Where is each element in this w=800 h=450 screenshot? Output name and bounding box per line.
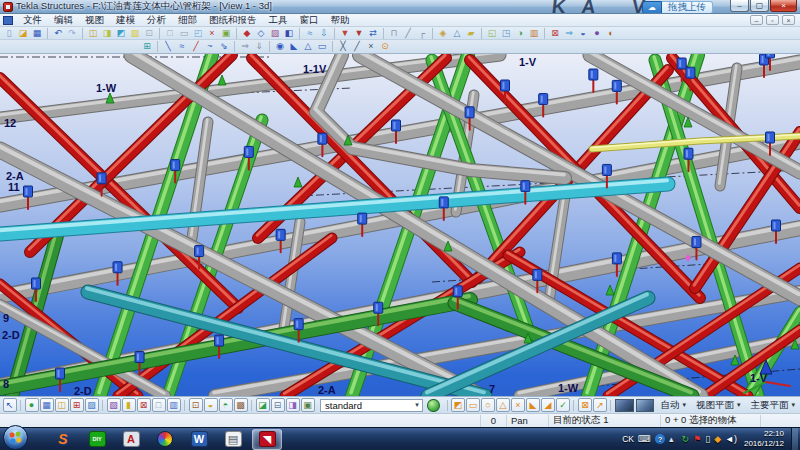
tool-icon[interactable]: ○	[481, 398, 495, 412]
device-icon[interactable]: ▯	[705, 434, 710, 444]
menu-3[interactable]: 视图	[79, 14, 110, 27]
child-restore-button[interactable]: ▫	[766, 15, 779, 25]
tool-icon[interactable]: ⇓	[253, 41, 266, 53]
cloud-uploader[interactable]: ☁ 拖拽上传	[642, 1, 713, 14]
taskbar-app-cad[interactable]: A	[116, 429, 146, 450]
security-flag-icon[interactable]: ⚑	[693, 434, 701, 444]
start-button[interactable]	[3, 425, 28, 450]
tool-icon[interactable]: ⊠	[137, 398, 151, 412]
menu-6[interactable]: 细部	[172, 14, 203, 27]
tool-icon[interactable]: ◰	[192, 27, 205, 39]
model-viewport[interactable]	[0, 54, 800, 396]
taskbar-app-word[interactable]: W	[184, 429, 214, 450]
main-plane-dropdown[interactable]: 主要平面▾	[746, 399, 800, 412]
tool-icon[interactable]: ×	[511, 398, 525, 412]
volume-icon[interactable]: ◄)	[725, 434, 737, 444]
tool-icon[interactable]: ▧	[129, 27, 142, 39]
tool-icon[interactable]: ⇒	[563, 27, 576, 39]
menu-10[interactable]: 帮助	[325, 14, 356, 27]
view-plane-dropdown[interactable]: 视图平面▾	[691, 399, 746, 412]
tool-icon[interactable]: ◧	[283, 27, 296, 39]
tool-icon[interactable]: ┌	[416, 27, 429, 39]
tool-icon[interactable]: ▮	[122, 398, 136, 412]
tool-icon[interactable]: ◨	[101, 27, 114, 39]
open-icon[interactable]: ◪	[17, 27, 30, 39]
tool-icon[interactable]: ⊠	[578, 398, 592, 412]
tool-icon[interactable]: ◩	[451, 398, 465, 412]
tool-icon[interactable]: ▼	[353, 27, 366, 39]
tool-icon[interactable]: ◪	[256, 398, 270, 412]
select-cursor-icon[interactable]: ↖	[3, 398, 17, 412]
child-minimize-button[interactable]: –	[750, 15, 763, 25]
tool-icon[interactable]: △	[496, 398, 510, 412]
menu-7[interactable]: 图纸和报告	[203, 14, 263, 27]
tool-icon[interactable]: ◱	[486, 27, 499, 39]
tool-icon[interactable]: ⊟	[271, 398, 285, 412]
tool-icon[interactable]: ◒	[577, 27, 590, 39]
tool-icon[interactable]: ⇩	[318, 27, 331, 39]
tool-icon[interactable]: ×	[365, 41, 378, 53]
tool-icon[interactable]: ◣	[288, 41, 301, 53]
tool-icon[interactable]: ▨	[269, 27, 282, 39]
tool-icon[interactable]: ◑	[514, 27, 527, 39]
alert-icon[interactable]: ◆	[714, 434, 721, 444]
tool-icon[interactable]: ▧	[107, 398, 121, 412]
show-desktop-button[interactable]	[791, 428, 798, 450]
update-icon[interactable]: ↻	[682, 434, 690, 444]
tool-icon[interactable]: ◆	[241, 27, 254, 39]
maximize-button[interactable]: ▢	[750, 0, 769, 12]
tool-icon[interactable]: ⊞	[70, 398, 84, 412]
tool-icon[interactable]: ⇘	[218, 41, 231, 53]
tool-icon[interactable]: ◐	[605, 27, 618, 39]
tool-icon[interactable]: ▦	[40, 398, 54, 412]
taskbar-app-diy[interactable]: DIY	[82, 429, 112, 450]
tool-icon[interactable]: △	[451, 27, 464, 39]
tool-icon[interactable]: ▥	[528, 27, 541, 39]
tool-icon[interactable]: ≈	[304, 27, 317, 39]
tool-icon[interactable]: □	[152, 398, 166, 412]
tool-icon[interactable]: ▼	[339, 27, 352, 39]
tool-icon[interactable]: ▭	[316, 41, 329, 53]
tool-icon[interactable]: ⊙	[379, 41, 392, 53]
menu-2[interactable]: 编辑	[48, 14, 79, 27]
tool-icon[interactable]: ◈	[437, 27, 450, 39]
close-button[interactable]: ×	[770, 0, 797, 12]
tool-icon[interactable]: ╱	[190, 41, 203, 53]
tool-icon[interactable]: ▣	[301, 398, 315, 412]
tool-icon[interactable]: ▰	[465, 27, 478, 39]
selection-filter-combo[interactable]: standard ▾	[320, 399, 423, 412]
tool-icon[interactable]: ◢	[541, 398, 555, 412]
save-icon[interactable]: ▦	[31, 27, 44, 39]
tool-icon[interactable]: ◒	[204, 398, 218, 412]
new-icon[interactable]: ▯	[3, 27, 16, 39]
tool-icon[interactable]: ◫	[55, 398, 69, 412]
tool-icon[interactable]: ⊓	[388, 27, 401, 39]
menu-1[interactable]: 文件	[17, 14, 48, 27]
menu-8[interactable]: 工具	[263, 14, 294, 27]
globe-icon[interactable]	[427, 399, 439, 412]
hidden-icons-arrow[interactable]: ▴	[669, 434, 674, 444]
taskbar-app-tekla[interactable]: ◥	[252, 429, 282, 450]
tool-icon[interactable]: ≈	[176, 41, 189, 53]
undo-icon[interactable]: ↶	[52, 27, 65, 39]
keyboard-icon[interactable]: ⌨	[638, 434, 651, 444]
tool-icon[interactable]: ~	[204, 41, 217, 53]
cloud-icon[interactable]: ☁	[642, 1, 662, 14]
tool-icon[interactable]: ◫	[87, 27, 100, 39]
tool-icon[interactable]: ●	[25, 398, 39, 412]
tool-icon[interactable]: ⊡	[143, 27, 156, 39]
tool-icon[interactable]: ╱	[402, 27, 415, 39]
tool-icon[interactable]: ◉	[274, 41, 287, 53]
tool-icon[interactable]: ▨	[85, 398, 99, 412]
taskbar-app-notepad[interactable]: ▤	[218, 429, 248, 450]
tool-icon[interactable]: ◩	[115, 27, 128, 39]
menu-5[interactable]: 分析	[141, 14, 172, 27]
tool-icon[interactable]: ▥	[167, 398, 181, 412]
tool-icon[interactable]: ╲	[162, 41, 175, 53]
tool-icon[interactable]: ↗	[593, 398, 607, 412]
tool-icon[interactable]: ●	[591, 27, 604, 39]
help-icon[interactable]: ?	[655, 434, 665, 444]
tool-icon[interactable]: ▭	[178, 27, 191, 39]
tool-icon[interactable]: ◇	[255, 27, 268, 39]
auto-plane-dropdown[interactable]: 自动▾	[655, 399, 691, 412]
